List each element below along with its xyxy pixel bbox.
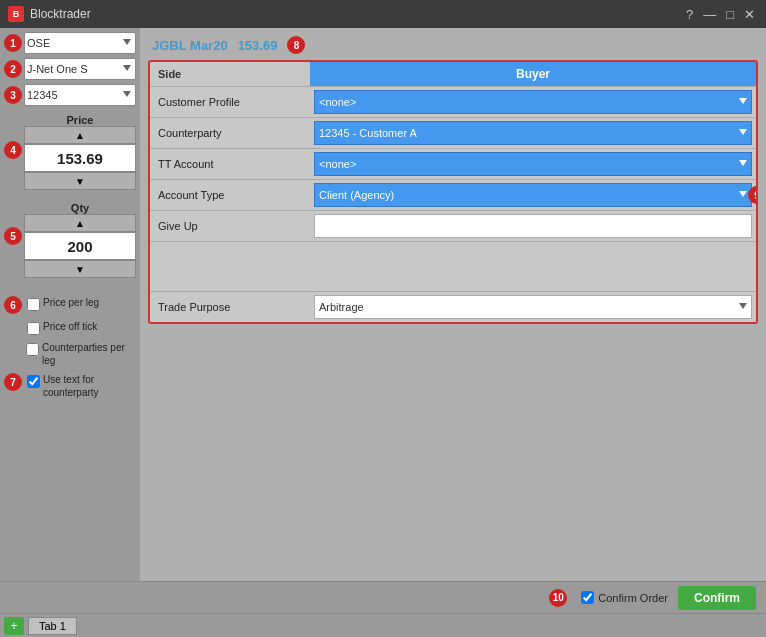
price-per-leg-label: Price per leg: [43, 296, 99, 309]
instrument-price: 153.69: [238, 38, 278, 53]
confirm-order-checkbox[interactable]: [581, 591, 594, 604]
counterparty-value: 12345 - Customer A: [310, 118, 756, 148]
account-type-label: Account Type: [150, 184, 310, 206]
checkboxes-section: 6 Price per leg Price off tick Counterpa…: [4, 290, 136, 399]
badge-7: 7: [4, 373, 22, 391]
price-up-button[interactable]: ▲: [24, 126, 136, 144]
trade-purpose-label: Trade Purpose: [150, 296, 310, 318]
counterparties-per-leg-row: Counterparties per leg: [4, 341, 136, 367]
qty-label: Qty: [24, 202, 136, 214]
badge-2: 2: [4, 60, 22, 78]
instrument-name: JGBL Mar20: [152, 38, 228, 53]
badge-10: 10: [549, 589, 567, 607]
price-down-button[interactable]: ▼: [24, 172, 136, 190]
title-bar: B Blocktrader ? — □ ✕: [0, 0, 766, 28]
sidebar: 1 OSE 2 J-Net One S 3 12345 4 Price ▲: [0, 28, 140, 581]
tab-1[interactable]: Tab 1: [28, 617, 77, 635]
content-area: JGBL Mar20 153.69 8 Side Buyer Customer …: [140, 28, 766, 581]
customer-profile-select[interactable]: <none>: [314, 90, 752, 114]
qty-badge-row: 5 Qty ▲ 200 ▼: [4, 194, 136, 278]
add-tab-button[interactable]: +: [4, 617, 24, 635]
exchange-select[interactable]: OSE: [24, 32, 136, 54]
use-text-counterparty-label: Use text for counterparty: [43, 373, 136, 399]
price-off-tick-label: Price off tick: [43, 320, 97, 333]
give-up-input[interactable]: [314, 214, 752, 238]
side-value: Buyer: [310, 62, 756, 86]
minimize-button[interactable]: —: [700, 7, 719, 22]
help-button[interactable]: ?: [683, 7, 696, 22]
price-off-tick-checkbox[interactable]: [27, 322, 40, 335]
tt-account-row: TT Account <none>: [150, 148, 756, 179]
instrument-header: JGBL Mar20 153.69 8: [148, 36, 758, 54]
jnet-row: 2 J-Net One S: [4, 58, 136, 80]
give-up-label: Give Up: [150, 215, 310, 237]
order-panel: Side Buyer Customer Profile <none> Count…: [148, 60, 758, 324]
close-button[interactable]: ✕: [741, 7, 758, 22]
use-text-counterparty-checkbox[interactable]: [27, 375, 40, 388]
tt-account-value: <none>: [310, 149, 756, 179]
customer-profile-label: Customer Profile: [150, 91, 310, 113]
main-container: 1 OSE 2 J-Net One S 3 12345 4 Price ▲: [0, 28, 766, 581]
app-title: Blocktrader: [30, 7, 677, 21]
counterparties-per-leg-checkbox[interactable]: [26, 343, 39, 356]
qty-input[interactable]: 200: [24, 232, 136, 260]
bottom-bar: 10 Confirm Order Confirm: [0, 581, 766, 613]
price-input[interactable]: 153.69: [24, 144, 136, 172]
maximize-button[interactable]: □: [723, 7, 737, 22]
give-up-value: [310, 211, 756, 241]
account-type-select[interactable]: Client (Agency): [314, 183, 752, 207]
customer-profile-value: <none>: [310, 87, 756, 117]
badge-6: 6: [4, 296, 22, 314]
counterparty-select[interactable]: 12345 - Customer A: [314, 121, 752, 145]
trade-purpose-select[interactable]: Arbitrage: [314, 295, 752, 319]
account-type-value: Client (Agency) 9: [310, 180, 756, 210]
badge-5: 5: [4, 227, 22, 245]
account-select[interactable]: 12345: [24, 84, 136, 106]
qty-up-button[interactable]: ▲: [24, 214, 136, 232]
confirm-order-label: Confirm Order: [598, 592, 668, 604]
panel-spacer: [150, 241, 756, 291]
trade-purpose-value: Arbitrage: [310, 292, 756, 322]
use-text-counterparty-row: 7 Use text for counterparty: [4, 373, 136, 399]
confirm-button[interactable]: Confirm: [678, 586, 756, 610]
confirm-order-row: Confirm Order: [581, 591, 668, 604]
badge-1: 1: [4, 34, 22, 52]
counterparty-label: Counterparty: [150, 122, 310, 144]
window-controls: ? — □ ✕: [683, 7, 758, 22]
account-type-row: Account Type Client (Agency) 9: [150, 179, 756, 210]
customer-profile-row: Customer Profile <none>: [150, 86, 756, 117]
counterparties-per-leg-label: Counterparties per leg: [42, 341, 136, 367]
jnet-select[interactable]: J-Net One S: [24, 58, 136, 80]
account-row: 3 12345: [4, 84, 136, 106]
price-per-leg-checkbox[interactable]: [27, 298, 40, 311]
tt-account-label: TT Account: [150, 153, 310, 175]
badge-4: 4: [4, 141, 22, 159]
price-label: Price: [24, 114, 136, 126]
trade-purpose-row: Trade Purpose Arbitrage: [150, 291, 756, 322]
price-off-tick-row: Price off tick: [4, 320, 136, 335]
side-row: Side Buyer: [150, 62, 756, 86]
price-badge-row: 4 Price ▲ 153.69 ▼: [4, 110, 136, 190]
price-per-leg-row: 6 Price per leg: [4, 296, 136, 314]
tt-account-select[interactable]: <none>: [314, 152, 752, 176]
app-icon: B: [8, 6, 24, 22]
exchange-row: 1 OSE: [4, 32, 136, 54]
qty-down-button[interactable]: ▼: [24, 260, 136, 278]
give-up-row: Give Up: [150, 210, 756, 241]
tab-bar: + Tab 1: [0, 613, 766, 637]
counterparty-row: Counterparty 12345 - Customer A: [150, 117, 756, 148]
badge-3: 3: [4, 86, 22, 104]
side-label: Side: [150, 63, 310, 85]
badge-8: 8: [287, 36, 305, 54]
